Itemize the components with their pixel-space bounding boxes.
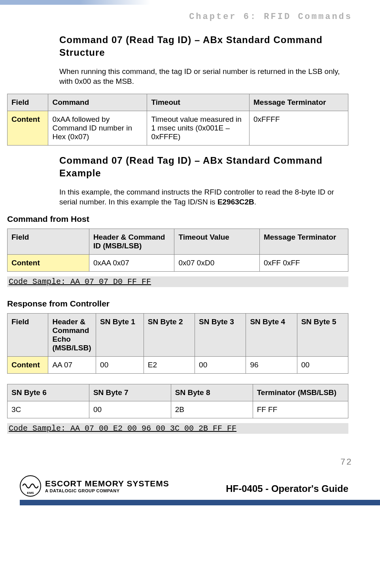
table-header-row: Field Command Timeout Message Terminator <box>8 94 348 111</box>
th-command: Command <box>48 94 147 111</box>
response-table-1: Field Header & Command Echo (MSB/LSB) SN… <box>7 313 348 374</box>
th: SN Byte 3 <box>195 314 246 357</box>
cell: 0x07 0xD0 <box>174 255 260 272</box>
th-field: Field <box>8 94 48 111</box>
ems-logo-icon: EMS <box>20 475 41 497</box>
cell: 00 <box>297 357 348 374</box>
page-number: 72 <box>0 446 356 475</box>
table-row: Content AA 07 00 E2 00 96 00 <box>8 357 348 374</box>
th: SN Byte 6 <box>8 384 89 401</box>
logo-text: ESCORT MEMORY SYSTEMS A DATALOGIC GROUP … <box>45 479 169 493</box>
section-title-structure: Command 07 (Read Tag ID) – ABx Standard … <box>59 34 348 59</box>
row-label: Content <box>8 111 48 146</box>
th: Timeout Value <box>174 229 260 255</box>
logo-line1: ESCORT MEMORY SYSTEMS <box>45 479 169 488</box>
section-paragraph-structure: When running this command, the tag ID or… <box>59 66 348 87</box>
cell: 3C <box>8 401 89 418</box>
cell: 2B <box>171 401 253 418</box>
cell: 0xAA 0x07 <box>89 255 174 272</box>
footer-doc-title: HF-0405 - Operator's Guide <box>226 483 348 497</box>
cell: 00 <box>195 357 246 374</box>
table-header-row: Field Header & Command ID (MSB/LSB) Time… <box>8 229 348 255</box>
bottom-stripe <box>20 500 380 505</box>
heading-command-from-host: Command from Host <box>7 214 348 224</box>
th: SN Byte 5 <box>297 314 348 357</box>
table-row: Content 0xAA followed by Command ID numb… <box>8 111 348 146</box>
th: Message Terminator <box>259 229 348 255</box>
cell: FF FF <box>253 401 348 418</box>
th: Header & Command ID (MSB/LSB) <box>89 229 174 255</box>
row-label: Content <box>8 255 89 272</box>
logo-line2: A DATALOGIC GROUP COMPANY <box>45 488 169 493</box>
table-row: Content 0xAA 0x07 0x07 0xD0 0xFF 0xFF <box>8 255 348 272</box>
cell: 00 <box>89 401 171 418</box>
table-row: 3C 00 2B FF FF <box>8 401 348 418</box>
row-label: Content <box>8 357 48 374</box>
cell: AA 07 <box>48 357 96 374</box>
section-title-example: Command 07 (Read Tag ID) – ABx Standard … <box>59 154 348 180</box>
cell: E2 <box>144 357 195 374</box>
th-timeout: Timeout <box>147 94 250 111</box>
table-header-row: SN Byte 6 SN Byte 7 SN Byte 8 Terminator… <box>8 384 348 401</box>
table-header-row: Field Header & Command Echo (MSB/LSB) SN… <box>8 314 348 357</box>
th: SN Byte 2 <box>144 314 195 357</box>
th: SN Byte 4 <box>246 314 297 357</box>
th: Field <box>8 314 48 357</box>
cell: 0xFF 0xFF <box>259 255 348 272</box>
cell-timeout: Timeout value measured in 1 msec units (… <box>147 111 250 146</box>
th: Terminator (MSB/LSB) <box>253 384 348 401</box>
host-table: Field Header & Command ID (MSB/LSB) Time… <box>7 229 348 272</box>
th-terminator: Message Terminator <box>250 94 348 111</box>
th: SN Byte 8 <box>171 384 253 401</box>
response-table-2: SN Byte 6 SN Byte 7 SN Byte 8 Terminator… <box>7 384 348 418</box>
th: SN Byte 1 <box>96 314 144 357</box>
footer: EMS ESCORT MEMORY SYSTEMS A DATALOGIC GR… <box>0 475 356 500</box>
th: SN Byte 7 <box>89 384 171 401</box>
code-sample-host: Code Sample: AA 07 07 D0 FF FF <box>7 276 348 287</box>
th: Header & Command Echo (MSB/LSB) <box>48 314 96 357</box>
logo-block: EMS ESCORT MEMORY SYSTEMS A DATALOGIC GR… <box>20 475 169 497</box>
section-paragraph-example: In this example, the command instructs t… <box>59 187 348 207</box>
chapter-header: Chapter 6: RFID Commands <box>0 5 356 34</box>
cell-command: 0xAA followed by Command ID number in He… <box>48 111 147 146</box>
th: Field <box>8 229 89 255</box>
cell: 96 <box>246 357 297 374</box>
structure-table: Field Command Timeout Message Terminator… <box>7 94 348 146</box>
top-stripe <box>0 0 380 5</box>
heading-response-from-controller: Response from Controller <box>7 299 348 308</box>
cell-terminator: 0xFFFF <box>250 111 348 146</box>
cell: 00 <box>96 357 144 374</box>
code-sample-response: Code Sample: AA 07 00 E2 00 96 00 3C 00 … <box>7 423 348 434</box>
